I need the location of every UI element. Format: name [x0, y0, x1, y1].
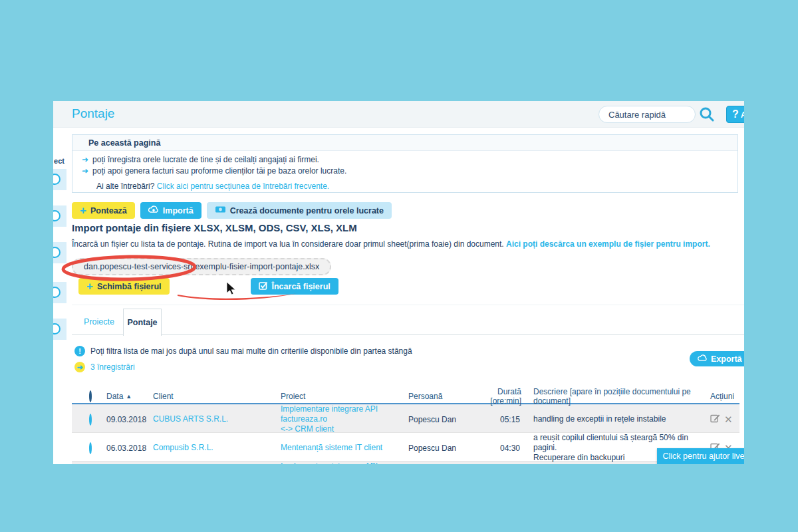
creaza-documente-button[interactable]: Crează documente pentru orele lucrate [207, 202, 392, 219]
info-box-title: Pe această pagină [72, 135, 737, 151]
filter-row [53, 319, 66, 340]
arrow-right-icon: ➜ [82, 166, 88, 176]
tab-proiecte[interactable]: Proiecte [75, 309, 123, 335]
top-bar: Pontaje ?Aju [53, 101, 744, 128]
upload-file-button[interactable]: Încarcă fișierul [251, 278, 338, 295]
row-radio[interactable] [89, 442, 92, 454]
cell-data: 06.03.2018 [106, 444, 153, 453]
filter-row [53, 205, 66, 227]
help-button[interactable]: ?Aju [726, 106, 744, 123]
column-proiect[interactable]: Proiect [281, 392, 408, 401]
filter-row [53, 242, 66, 263]
column-client[interactable]: Client [153, 392, 281, 401]
filter-note: ! Poți filtra lista de mai jos după unul… [74, 346, 412, 356]
arrow-right-icon: ➜ [82, 155, 88, 164]
filter-radio[interactable] [53, 323, 61, 334]
proiect-link[interactable]: Implementare integrare API factureaza.ro [281, 462, 378, 464]
export-button[interactable]: Exportă ▼ [690, 351, 744, 366]
column-durata[interactable]: Durată [ore:min] [479, 387, 525, 406]
import-description: Încarcă un fișier cu lista ta de pontaje… [72, 239, 730, 249]
sidebar-partial-label: ect [54, 157, 65, 165]
cell-durata: 05:15 [479, 415, 525, 424]
client-link[interactable]: CUBUS ARTS S.R.L. [153, 414, 228, 424]
pontaje-table: Data▲ Client Proiect Persoană Durată [or… [72, 387, 739, 464]
row-radio[interactable] [89, 414, 92, 426]
cloud-upload-icon [148, 205, 159, 215]
search-input[interactable] [598, 106, 696, 123]
cell-durata: 04:30 [479, 444, 525, 453]
filter-radio[interactable] [53, 210, 61, 221]
filter-row [53, 169, 66, 190]
info-question: Ai alte întrebări? Click aici pentru sec… [72, 176, 737, 191]
search-icon[interactable] [699, 106, 715, 125]
cell-persoana: Popescu Dan [408, 415, 479, 424]
column-actiuni: Acțiuni [710, 392, 739, 401]
import-heading: Import pontaje din fișiere XLSX, XLSM, O… [72, 222, 357, 233]
proiect-link[interactable]: Mentenanță sisteme IT client [281, 443, 382, 452]
filter-radio[interactable] [53, 287, 61, 298]
example-file-link[interactable]: Aici poți descărca un exemplu de fișier … [506, 239, 710, 249]
info-bullet: ➜poți înregistra orele lucrate de tine ș… [72, 151, 737, 165]
cell-persoana: Popescu Dan [408, 444, 479, 453]
sort-asc-icon: ▲ [126, 393, 132, 400]
importa-button[interactable]: Importă [140, 202, 201, 219]
cell-data: 09.03.2018 [106, 415, 153, 424]
edit-icon[interactable] [710, 414, 720, 425]
section-divider [72, 305, 744, 305]
tab-bar: Proiecte Pontaje [72, 309, 744, 335]
info-icon: ! [74, 346, 85, 356]
column-descriere[interactable]: Descriere [apare în pozițiile documentul… [525, 387, 710, 406]
select-all-circle[interactable] [89, 390, 92, 402]
question-mark-icon: ? [732, 108, 739, 120]
delete-icon[interactable]: ✕ [724, 414, 733, 426]
app-window: Pontaje ?Aju ect Pe această pagină ➜poți… [53, 101, 744, 464]
table-header-row: Data▲ Client Proiect Persoană Durată [or… [72, 387, 739, 404]
column-persoana[interactable]: Persoană [408, 392, 479, 401]
selected-file-pill: dan.popescu-test-services-srl-exemplu-fi… [72, 258, 331, 275]
change-file-button[interactable]: +Schimbă fișierul [78, 278, 170, 295]
cell-descriere: handling de exceptii in rețele instabile [525, 414, 710, 424]
filter-radio[interactable] [53, 247, 61, 258]
page-title: Pontaje [72, 106, 114, 121]
cloud-icon [698, 354, 708, 364]
live-help-badge[interactable]: Click pentru ajutor live [657, 448, 744, 464]
records-count: ➜ 3 înregistrări [74, 362, 135, 372]
filter-row [53, 282, 66, 303]
faq-link[interactable]: Click aici pentru secțiunea de întrebări… [157, 182, 329, 191]
checkbox-check-icon [259, 281, 268, 292]
ponteaza-button[interactable]: +Pontează [72, 202, 135, 219]
page-info-box: Pe această pagină ➜poți înregistra orele… [72, 134, 738, 193]
client-link[interactable]: Compusib S.R.L. [153, 443, 213, 452]
info-bullet: ➜poți apoi genera facturi sau proforme c… [72, 165, 737, 176]
tab-pontaje[interactable]: Pontaje [123, 309, 162, 336]
table-row: 09.03.2018 CUBUS ARTS S.R.L. Implementar… [72, 404, 739, 432]
filter-radio[interactable] [53, 174, 61, 185]
banknote-icon [215, 205, 226, 215]
filter-sidebar-sliver: ect [53, 128, 66, 464]
arrow-badge-icon: ➜ [74, 362, 85, 372]
table-row: 06.03.2018 Compusib S.R.L. Mentenanță si… [72, 432, 739, 462]
column-data[interactable]: Data▲ [106, 392, 153, 401]
proiect-link[interactable]: Implementare integrare API factureaza.ro… [281, 404, 408, 434]
